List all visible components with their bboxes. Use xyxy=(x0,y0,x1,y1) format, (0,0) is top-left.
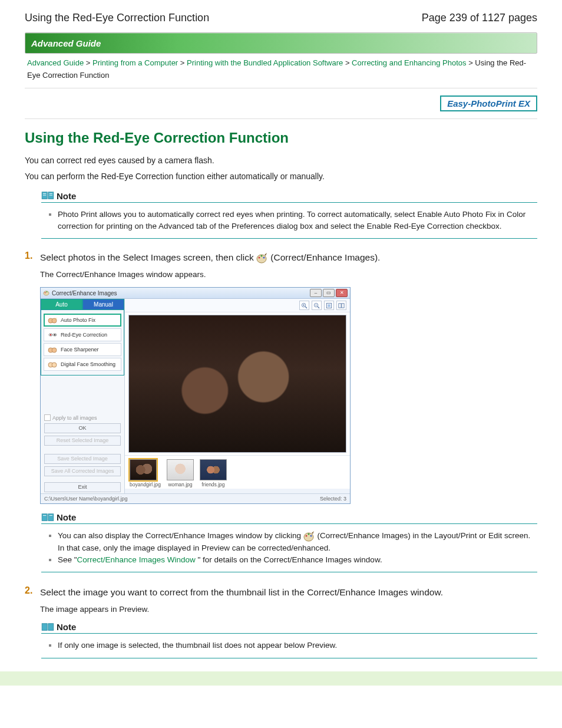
zoom-in-icon[interactable] xyxy=(299,301,309,310)
advanced-guide-bar: Advanced Guide xyxy=(25,32,537,54)
svg-point-9 xyxy=(263,257,265,259)
svg-rect-43 xyxy=(48,624,54,631)
svg-rect-42 xyxy=(42,624,47,631)
breadcrumb: Advanced Guide > Printing from a Compute… xyxy=(27,57,535,82)
product-badge: Easy-PhotoPrint EX xyxy=(440,95,537,111)
svg-point-8 xyxy=(261,255,263,257)
note-label: Note xyxy=(57,622,76,632)
note-book-icon xyxy=(41,622,54,632)
face-sparkle-icon xyxy=(47,316,58,324)
svg-rect-34 xyxy=(42,514,47,521)
note-2-text-a: You can also display the Correct/Enhance… xyxy=(58,531,530,552)
palette-small-icon xyxy=(43,289,49,297)
note-book-icon xyxy=(41,191,54,200)
close-button[interactable]: ✕ xyxy=(336,289,348,297)
thumbnail-1[interactable]: boyandgirl.jpg xyxy=(130,459,161,487)
compare-icon[interactable] xyxy=(336,301,346,310)
palette-icon xyxy=(256,253,268,263)
fit-window-icon[interactable] xyxy=(324,301,334,310)
two-faces-icon xyxy=(47,345,58,354)
svg-point-12 xyxy=(47,291,48,292)
note-book-icon xyxy=(41,513,54,522)
tab-auto[interactable]: Auto xyxy=(41,299,82,310)
option-face-sharpener[interactable]: Face Sharpener xyxy=(44,343,121,356)
note-2-text-b: See "Correct/Enhance Images Window " for… xyxy=(58,555,382,564)
note-label: Note xyxy=(57,191,76,201)
svg-point-10 xyxy=(44,291,49,295)
page-title: Using the Red-Eye Correction Function xyxy=(25,12,209,24)
svg-point-40 xyxy=(308,533,309,535)
apply-all-checkbox[interactable]: Apply to all images xyxy=(41,413,124,422)
reset-button[interactable]: Reset Selected Image xyxy=(44,436,121,446)
note-3-text: If only one image is selected, the thumb… xyxy=(58,641,337,650)
minimize-button[interactable]: – xyxy=(310,289,322,297)
svg-point-7 xyxy=(259,257,260,259)
svg-line-28 xyxy=(318,307,319,308)
ok-button[interactable]: OK xyxy=(44,423,121,433)
zoom-out-icon[interactable] xyxy=(312,301,322,310)
step-2-subtext: The image appears in Preview. xyxy=(40,605,537,614)
svg-rect-32 xyxy=(339,304,341,308)
palette-icon xyxy=(303,531,315,542)
app-window: Correct/Enhance Images – ▭ ✕ Auto Manual xyxy=(40,287,351,504)
thumbnail-3[interactable]: friends.jpg xyxy=(200,459,227,487)
intro-text-1: You can correct red eyes caused by a cam… xyxy=(25,154,537,167)
svg-point-39 xyxy=(305,535,307,536)
step-number-2: 2. xyxy=(25,585,40,596)
save-all-button[interactable]: Save All Corrected Images xyxy=(44,466,121,476)
exit-button[interactable]: Exit xyxy=(44,482,121,492)
step-1-text: Select photos in the Select Images scree… xyxy=(40,251,380,264)
step-1-subtext: The Correct/Enhance Images window appear… xyxy=(40,270,537,279)
maximize-button[interactable]: ▭ xyxy=(323,289,335,297)
svg-rect-31 xyxy=(328,304,330,307)
crumb-correcting-photos[interactable]: Correcting and Enhancing Photos xyxy=(352,58,466,67)
step-2-text: Select the image you want to correct fro… xyxy=(40,585,443,599)
svg-point-18 xyxy=(54,334,55,335)
preview-area xyxy=(128,315,346,453)
tab-manual[interactable]: Manual xyxy=(82,299,124,310)
crumb-printing-computer[interactable]: Printing from a Computer xyxy=(92,58,178,67)
option-face-smoothing[interactable]: Digital Face Smoothing xyxy=(44,358,121,371)
crumb-bundled-software[interactable]: Printing with the Bundled Application So… xyxy=(187,58,343,67)
crumb-advanced-guide[interactable]: Advanced Guide xyxy=(27,58,84,67)
svg-point-41 xyxy=(310,535,312,536)
window-title: Correct/Enhance Images xyxy=(52,290,310,297)
option-auto-photo-fix[interactable]: Auto Photo Fix xyxy=(44,314,121,327)
red-eye-icon xyxy=(47,331,58,339)
svg-line-24 xyxy=(305,307,307,308)
svg-rect-33 xyxy=(342,304,344,308)
intro-text-2: You can perform the Red-Eye Correction f… xyxy=(25,170,537,183)
status-path: C:\Users\User Name\boyandgirl.jpg xyxy=(44,496,128,502)
option-red-eye[interactable]: Red-Eye Correction xyxy=(44,328,121,341)
link-correct-enhance-window[interactable]: Correct/Enhance Images Window xyxy=(77,555,196,564)
thumbnail-2[interactable]: woman.jpg xyxy=(167,459,194,487)
svg-rect-35 xyxy=(48,514,54,521)
svg-point-11 xyxy=(45,292,46,293)
note-box-1: Note Photo Print allows you to automatic… xyxy=(41,191,537,239)
note-box-3: Note If only one image is selected, the … xyxy=(41,622,537,658)
note-box-2: Note You can also display the Correct/En… xyxy=(41,512,537,572)
section-heading: Using the Red-Eye Correction Function xyxy=(25,130,537,146)
step-number-1: 1. xyxy=(25,251,40,261)
footer-bar xyxy=(0,671,562,686)
svg-point-20 xyxy=(52,348,57,353)
svg-point-16 xyxy=(50,334,51,335)
note-1-text: Photo Print allows you to automatically … xyxy=(58,210,525,230)
smooth-face-icon xyxy=(47,360,58,368)
status-selected: Selected: 3 xyxy=(320,496,346,502)
save-selected-button[interactable]: Save Selected Image xyxy=(44,454,121,464)
note-label: Note xyxy=(57,512,76,522)
svg-point-14 xyxy=(52,318,57,323)
page-indicator: Page 239 of 1127 pages xyxy=(422,12,537,24)
svg-point-22 xyxy=(52,363,57,367)
